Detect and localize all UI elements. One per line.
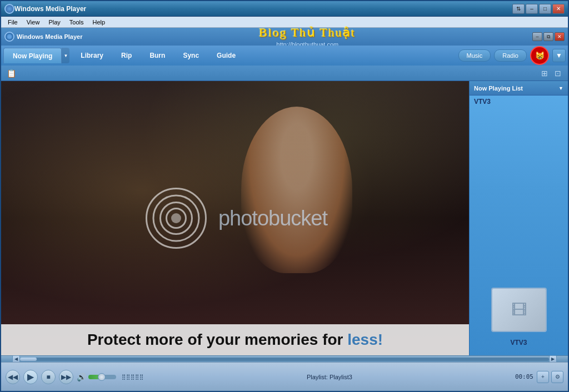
blog-logo: Blog Thủ Thuật (259, 26, 356, 40)
video-area: photobucket Protect more of your memorie… (1, 81, 469, 355)
banner-highlight-text: less! (347, 331, 383, 348)
film-icon: 🎞 (511, 301, 527, 319)
tab-guide[interactable]: Guide (208, 48, 244, 63)
pb-circles-icon (143, 185, 209, 252)
playlist-item-label: VTV3 (470, 336, 568, 349)
photobucket-text: photobucket (218, 207, 327, 230)
next-button[interactable]: ▶▶ (59, 370, 73, 384)
radio-button[interactable]: Radio (494, 49, 527, 62)
inner-minimize-button[interactable]: – (532, 32, 542, 41)
nav-right-buttons: Music Radio 😸 ▼ (458, 46, 566, 65)
bottom-right-buttons: + ⚙ (537, 371, 563, 383)
scroll-area: ◀ ▶ (1, 355, 568, 362)
wmp-logo-icon (4, 4, 14, 14)
menu-view[interactable]: View (22, 19, 44, 26)
thumb-bg: 🎞 (492, 289, 546, 331)
playlist-video-thumbnail[interactable]: 🎞 (491, 288, 547, 332)
music-button[interactable]: Music (458, 49, 491, 62)
tab-rip[interactable]: Rip (112, 48, 141, 63)
playlist-dropdown-icon[interactable]: ▼ (558, 86, 563, 91)
inner-close-button[interactable]: ✕ (555, 32, 565, 41)
inner-restore-button[interactable]: ⧉ (543, 32, 553, 41)
outer-maximize-button[interactable]: □ (539, 4, 551, 14)
playlist-spacer (470, 108, 568, 283)
previous-button[interactable]: ◀◀ (6, 370, 20, 384)
menu-help[interactable]: Help (88, 19, 109, 26)
blog-branding: Blog Thủ Thuật http://blogthuthuat.com (83, 26, 533, 48)
nav-tabs: Now Playing ▼ Library Rip Burn Sync Guid… (1, 46, 568, 66)
video-playlist-area: photobucket Protect more of your memorie… (1, 81, 568, 355)
video-placeholder: photobucket Protect more of your memorie… (1, 81, 469, 355)
inner-title-bar: Windows Media Player Blog Thủ Thuật http… (1, 28, 568, 46)
toolbar-row: 📋 ⊞ ⊡ (1, 66, 568, 81)
tab-burn[interactable]: Burn (141, 48, 174, 63)
playlist-label: Playlist: Playlist3 (147, 374, 512, 380)
playlist-header: Now Playing List ▼ (470, 81, 568, 96)
tab-now-playing[interactable]: Now Playing (3, 48, 62, 63)
outer-window-arrows-btn[interactable]: ⇅ (512, 4, 525, 14)
volume-bar[interactable] (88, 375, 116, 379)
napster-button[interactable]: 😸 (530, 46, 549, 65)
playlist-panel: Now Playing List ▼ VTV3 🎞 VTV3 (469, 81, 568, 355)
video-banner: Protect more of your memories for less! (1, 324, 469, 355)
seek-marks: ⣿⣿⣿⣿⣿ (122, 374, 144, 380)
outer-title-text: Windows Media Player (14, 5, 512, 13)
playlist-header-text: Now Playing List (474, 85, 558, 92)
nav-expand-button[interactable]: ▼ (552, 49, 566, 62)
title-bar: Windows Media Player ⇅ – □ ✕ (1, 1, 568, 17)
tab-sync[interactable]: Sync (174, 48, 208, 63)
scroll-thumb[interactable] (20, 358, 37, 361)
playlist-bottom-padding (470, 349, 568, 355)
stop-button[interactable]: ■ (41, 370, 56, 384)
outer-minimize-button[interactable]: – (526, 4, 538, 14)
play-pause-button[interactable]: ▶ (23, 370, 38, 384)
menu-tools[interactable]: Tools (65, 19, 88, 26)
tab-library[interactable]: Library (72, 48, 112, 63)
pb-circle-5 (171, 213, 181, 223)
caption-icon[interactable]: 📋 (6, 68, 17, 79)
seek-area: ⣿⣿⣿⣿⣿ (122, 374, 144, 380)
toolbar-right-icons: ⊞ ⊡ (539, 68, 563, 79)
volume-area: 🔊 (77, 373, 116, 381)
time-display: 00:05 (515, 373, 533, 380)
inner-title-logo: Windows Media Player (4, 32, 83, 42)
wmp-inner-logo-icon (4, 32, 14, 42)
inner-title-text: Windows Media Player (17, 33, 83, 40)
banner-main-text: Protect more of your memories for (87, 331, 343, 348)
view-mode-icon1[interactable]: ⊞ (539, 68, 550, 79)
volume-icon[interactable]: 🔊 (77, 373, 86, 381)
view-mode-icon2[interactable]: ⊡ (552, 68, 563, 79)
outer-window: Windows Media Player ⇅ – □ ✕ File View P… (0, 0, 569, 392)
menu-play[interactable]: Play (44, 19, 64, 26)
scroll-track[interactable] (20, 358, 549, 361)
photobucket-watermark: photobucket (143, 185, 327, 252)
bottom-controls: ◀◀ ▶ ■ ▶▶ 🔊 ⣿⣿⣿⣿⣿ Playlist: Playlist3 00… (1, 362, 568, 391)
inner-window: Windows Media Player Blog Thủ Thuật http… (1, 28, 568, 391)
outer-close-button[interactable]: ✕ (552, 4, 565, 14)
inner-title-controls: – ⧉ ✕ (532, 32, 565, 41)
banner-text: Protect more of your memories for less! (87, 331, 383, 349)
now-playing-dropdown[interactable]: ▼ (62, 48, 69, 63)
playlist-item-vtv3[interactable]: VTV3 (470, 96, 568, 108)
settings-button[interactable]: ⚙ (551, 371, 563, 383)
volume-knob[interactable] (98, 373, 106, 381)
menu-file[interactable]: File (3, 19, 22, 26)
add-to-playlist-button[interactable]: + (537, 371, 549, 383)
title-bar-controls: ⇅ – □ ✕ (512, 4, 565, 14)
main-content: 📋 ⊞ ⊡ (1, 66, 568, 391)
